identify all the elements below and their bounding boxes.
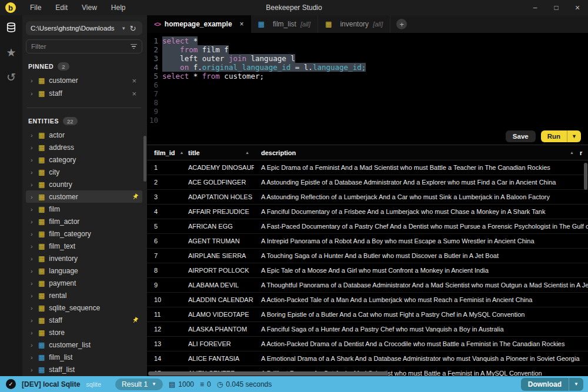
chevron-right-icon[interactable]: › — [31, 354, 38, 361]
chevron-right-icon[interactable]: › — [31, 169, 38, 176]
tab-homepage_example[interactable]: <>homepage_example× — [147, 15, 251, 33]
pinned-item-staff[interactable]: ›▦staff× — [26, 87, 142, 100]
sidebar-item-sqlite_sequence[interactable]: ›▦sqlite_sequence — [26, 301, 142, 314]
chevron-right-icon[interactable]: › — [31, 218, 38, 225]
sidebar-item-actor[interactable]: ›▦actor — [26, 129, 142, 141]
chevron-right-icon[interactable]: › — [31, 304, 38, 311]
connection-dropdown[interactable]: C:\Users\ghstng\Downloads ▾ ↻ — [26, 21, 142, 35]
run-options-caret-icon[interactable]: ▼ — [567, 130, 581, 142]
menu-file[interactable]: File — [23, 0, 48, 15]
chevron-right-icon[interactable]: › — [31, 280, 38, 287]
table-row[interactable]: 7AIRPLANE SIERRAA Touching Saga of a Hun… — [147, 249, 588, 263]
sidebar-item-staff_list[interactable]: ›▦staff_list — [26, 363, 142, 376]
minimize-icon[interactable]: – — [524, 0, 546, 15]
sidebar-item-film[interactable]: ›▦film — [26, 203, 142, 215]
column-header-title[interactable]: title ▲ — [181, 149, 254, 156]
column-header-film-id[interactable]: film_id ▲ — [147, 149, 181, 156]
pin-icon[interactable] — [131, 315, 141, 325]
chevron-right-icon[interactable]: › — [31, 341, 38, 349]
column-header-description[interactable]: description ▲ — [254, 149, 580, 156]
chevron-right-icon[interactable]: › — [31, 255, 38, 262]
sidebar-item-staff[interactable]: ›▦staff — [26, 314, 142, 326]
column-header-next-partial[interactable]: r — [580, 149, 588, 156]
table-row[interactable]: 12ALASKA PHANTOMA Fanciful Saga of a Hun… — [147, 322, 588, 337]
chevron-right-icon[interactable]: › — [31, 243, 38, 250]
sidebar-item-language[interactable]: ›▦language — [26, 264, 142, 277]
chevron-right-icon[interactable]: › — [31, 267, 38, 274]
table-row[interactable]: 5AFRICAN EGGA Fast-Paced Documentary of … — [147, 219, 588, 234]
save-button[interactable]: Save — [506, 130, 536, 142]
table-row[interactable]: 9ALABAMA DEVILA Thoughtful Panorama of a… — [147, 278, 588, 293]
tab-close-icon[interactable]: × — [240, 20, 244, 28]
sidebar-item-store[interactable]: ›▦store — [26, 326, 142, 339]
table-row[interactable]: 6AGENT TRUMANA Intrepid Panorama of a Ro… — [147, 234, 588, 249]
sidebar-item-address[interactable]: ›▦address — [26, 141, 142, 153]
chevron-right-icon[interactable]: › — [31, 206, 38, 213]
chevron-right-icon[interactable]: › — [31, 366, 38, 373]
chevron-right-icon[interactable]: › — [31, 144, 38, 151]
history-icon[interactable]: ↺ — [4, 69, 19, 85]
chevron-right-icon[interactable]: › — [31, 292, 38, 299]
sidebar-item-customer_list[interactable]: ›▦customer_list — [26, 339, 142, 351]
unpin-close-icon[interactable]: × — [129, 89, 139, 98]
table-row[interactable]: 3ADAPTATION HOLESA Astounding Reflection… — [147, 190, 588, 205]
sidebar-item-payment[interactable]: ›▦payment — [26, 277, 142, 289]
download-options-caret-icon[interactable]: ▼ — [569, 378, 583, 391]
sidebar-item-inventory[interactable]: ›▦inventory — [26, 252, 142, 264]
table-row[interactable]: 1ACADEMY DINOSAURA Epic Drama of a Femin… — [147, 160, 588, 175]
download-button-label[interactable]: Download — [521, 378, 569, 391]
refresh-icon[interactable]: ↻ — [130, 24, 136, 33]
table-row[interactable]: 4AFFAIR PREJUDICEA Fanciful Documentary … — [147, 205, 588, 219]
pinned-item-customer[interactable]: ›▦customer× — [26, 74, 142, 87]
chevron-right-icon[interactable]: › — [31, 230, 38, 237]
table-vertical-scrollbar[interactable] — [584, 163, 587, 190]
sql-editor[interactable]: 1select *2 from film f3 left outer join … — [147, 33, 588, 128]
table-horizontal-scrollbar[interactable] — [148, 371, 388, 376]
sidebar-item-category[interactable]: ›▦category — [26, 153, 142, 166]
sidebar-item-country[interactable]: ›▦country — [26, 178, 142, 190]
sidebar-item-film_text[interactable]: ›▦film_text — [26, 240, 142, 252]
filter-icon[interactable] — [131, 44, 137, 49]
run-button-label[interactable]: Run — [541, 130, 567, 142]
table-row[interactable]: 2ACE GOLDFINGERA Astounding Epistle of a… — [147, 175, 588, 190]
sort-asc-icon[interactable]: ▲ — [245, 150, 249, 155]
run-button[interactable]: Run ▼ — [541, 130, 581, 142]
sidebar-item-customer[interactable]: ›▦customer — [26, 190, 142, 203]
table-row[interactable]: 11ALAMO VIDEOTAPEA Boring Epistle of a B… — [147, 307, 588, 322]
result-selector-dropdown[interactable]: Result 1 ▼ — [115, 378, 163, 390]
chevron-right-icon[interactable]: › — [31, 329, 38, 336]
menu-view[interactable]: View — [75, 0, 104, 15]
table-row[interactable]: 8AIRPORT POLLOCKA Epic Tale of a Moose A… — [147, 263, 588, 278]
database-icon[interactable] — [4, 20, 19, 35]
sidebar-item-film_list[interactable]: ›▦film_list — [26, 351, 142, 363]
chevron-right-icon[interactable]: › — [31, 193, 38, 200]
download-button[interactable]: Download ▼ — [521, 378, 583, 391]
sidebar-scrollbar[interactable] — [143, 136, 146, 182]
close-icon[interactable]: × — [567, 0, 588, 15]
chevron-right-icon[interactable]: › — [31, 181, 38, 188]
chevron-right-icon[interactable]: › — [31, 317, 38, 324]
tab-inventory[interactable]: ▦inventory[all] — [318, 15, 390, 33]
chevron-right-icon[interactable]: › — [31, 90, 38, 97]
sidebar-item-film_actor[interactable]: ›▦film_actor — [26, 215, 142, 227]
chevron-right-icon[interactable]: › — [31, 156, 38, 163]
sidebar-item-city[interactable]: ›▦city — [26, 166, 142, 178]
tab-film_list[interactable]: ▦film_list[all] — [251, 15, 318, 33]
sidebar-item-sales_by_store[interactable]: ›▦sales_by_store — [26, 376, 142, 376]
table-row[interactable]: 13ALI FOREVERA Action-Packed Drama of a … — [147, 337, 588, 351]
chevron-right-icon[interactable]: › — [31, 132, 38, 139]
sidebar-item-film_category[interactable]: ›▦film_category — [26, 227, 142, 240]
filter-input[interactable] — [31, 43, 131, 50]
new-tab-button[interactable]: + — [396, 19, 407, 29]
sidebar-item-rental[interactable]: ›▦rental — [26, 289, 142, 301]
favorites-star-icon[interactable]: ★ — [4, 45, 19, 60]
menu-edit[interactable]: Edit — [48, 0, 75, 15]
pin-icon[interactable] — [131, 192, 141, 202]
sort-asc-icon[interactable]: ▲ — [570, 150, 574, 155]
table-row[interactable]: 14ALICE FANTASIAA Emotional Drama of a A… — [147, 351, 588, 366]
table-row[interactable]: 10ALADDIN CALENDARA Action-Packed Tale o… — [147, 293, 588, 307]
maximize-icon[interactable]: □ — [546, 0, 567, 15]
chevron-right-icon[interactable]: › — [31, 77, 38, 84]
unpin-close-icon[interactable]: × — [129, 76, 139, 85]
menu-help[interactable]: Help — [104, 0, 133, 15]
